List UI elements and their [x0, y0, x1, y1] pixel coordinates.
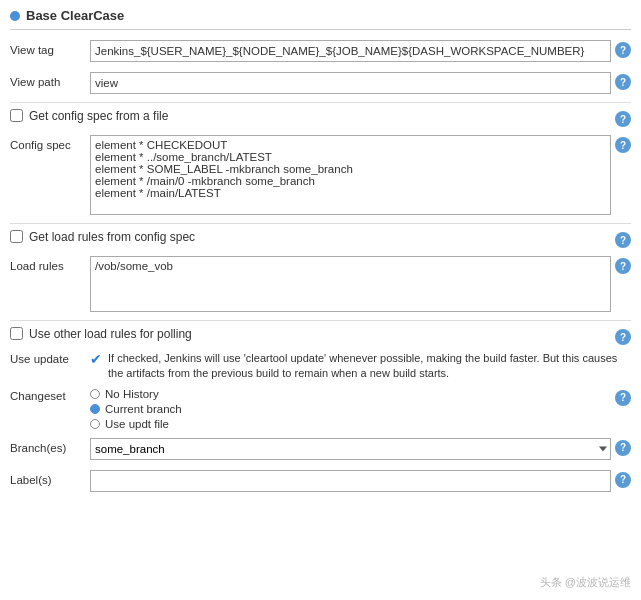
view-tag-control: ? [90, 40, 631, 62]
get-config-spec-help-icon[interactable]: ? [615, 111, 631, 127]
watermark-text: 头条 @波波说运维 [540, 575, 631, 590]
divider-3 [10, 320, 631, 321]
branches-select[interactable]: some_branch [90, 438, 611, 460]
load-rules-label: Load rules [10, 256, 90, 274]
get-config-spec-label: Get config spec from a file [29, 109, 168, 123]
load-rules-textarea[interactable] [90, 256, 611, 312]
current-branch-label: Current branch [105, 403, 182, 415]
branches-select-wrapper: some_branch [90, 438, 611, 460]
use-other-load-rules-label: Use other load rules for polling [29, 327, 192, 341]
changeset-label: Changeset [10, 388, 90, 402]
view-path-row: View path ? [10, 70, 631, 96]
labels-row: Label(s) ? [10, 468, 631, 494]
use-update-text: If checked, Jenkins will use 'cleartool … [108, 351, 631, 382]
get-config-spec-row: Get config spec from a file ? [10, 109, 631, 127]
branches-help-icon[interactable]: ? [615, 440, 631, 456]
view-path-label: View path [10, 72, 90, 90]
blue-dot-icon [10, 11, 20, 21]
use-update-check-icon: ✔ [90, 352, 104, 366]
get-load-rules-checkbox[interactable] [10, 230, 23, 243]
use-update-row: Use update ✔ If checked, Jenkins will us… [10, 351, 631, 382]
load-rules-row: Load rules ? [10, 254, 631, 314]
section-title: Base ClearCase [10, 8, 631, 30]
use-updt-label: Use updt file [105, 418, 169, 430]
view-path-help-icon[interactable]: ? [615, 74, 631, 90]
current-branch-radio-icon[interactable] [90, 404, 100, 414]
no-history-label: No History [105, 388, 159, 400]
use-update-label: Use update [10, 351, 90, 365]
use-updt-radio-icon[interactable] [90, 419, 100, 429]
config-spec-control: ? [90, 135, 631, 215]
divider-2 [10, 223, 631, 224]
changeset-row: Changeset No History Current branch Use … [10, 388, 631, 430]
load-rules-help-icon[interactable]: ? [615, 258, 631, 274]
changeset-options: No History Current branch Use updt file [90, 388, 611, 430]
config-spec-help-icon[interactable]: ? [615, 137, 631, 153]
get-load-rules-label: Get load rules from config spec [29, 230, 195, 244]
config-spec-textarea[interactable] [90, 135, 611, 215]
config-spec-row: Config spec ? [10, 133, 631, 217]
get-config-spec-checkbox[interactable] [10, 109, 23, 122]
no-history-radio-icon[interactable] [90, 389, 100, 399]
section-title-text: Base ClearCase [26, 8, 124, 23]
view-tag-label: View tag [10, 40, 90, 58]
get-load-rules-row: Get load rules from config spec ? [10, 230, 631, 248]
branches-label: Branch(es) [10, 438, 90, 456]
view-tag-input[interactable] [90, 40, 611, 62]
view-tag-row: View tag ? [10, 38, 631, 64]
use-other-load-rules-row: Use other load rules for polling ? [10, 327, 631, 345]
get-load-rules-help-icon[interactable]: ? [615, 232, 631, 248]
view-tag-help-icon[interactable]: ? [615, 42, 631, 58]
changeset-help-icon[interactable]: ? [615, 390, 631, 406]
changeset-current-branch: Current branch [90, 403, 611, 415]
divider-1 [10, 102, 631, 103]
load-rules-control: ? [90, 256, 631, 312]
view-path-control: ? [90, 72, 631, 94]
labels-help-icon[interactable]: ? [615, 472, 631, 488]
page-wrapper: Base ClearCase View tag ? View path ? Ge… [0, 0, 641, 510]
labels-input[interactable] [90, 470, 611, 492]
config-spec-label: Config spec [10, 135, 90, 153]
changeset-no-history: No History [90, 388, 611, 400]
use-update-content: ✔ If checked, Jenkins will use 'cleartoo… [90, 351, 631, 382]
use-other-load-rules-help-icon[interactable]: ? [615, 329, 631, 345]
use-other-load-rules-checkbox[interactable] [10, 327, 23, 340]
branches-row: Branch(es) some_branch ? [10, 436, 631, 462]
view-path-input[interactable] [90, 72, 611, 94]
branches-control: some_branch ? [90, 438, 631, 460]
changeset-use-updt: Use updt file [90, 418, 611, 430]
labels-control: ? [90, 470, 631, 492]
labels-label: Label(s) [10, 470, 90, 488]
